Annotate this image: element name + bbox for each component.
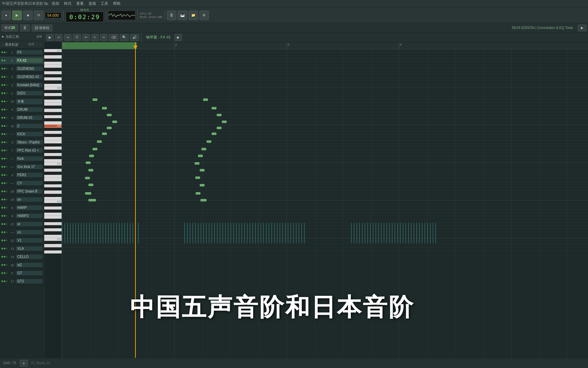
piano-button[interactable]: 🎹 [178,11,187,20]
piano-key[interactable] [44,90,55,93]
channel-row[interactable]: 2GUZHENG #2 [0,73,44,81]
channel-row[interactable]: 4DRUM [0,106,44,114]
pr-erase-btn[interactable]: ⌫ [109,34,118,41]
fx-nav-btn[interactable]: ▶ [578,25,587,31]
menu-tools[interactable]: 工具 [101,1,108,6]
piano-key[interactable] [44,62,62,65]
piano-key[interactable] [44,65,62,68]
piano-key[interactable] [44,197,62,200]
pr-clock-btn[interactable]: ⏱ [73,34,81,41]
channel-row[interactable]: 2FX [0,48,44,57]
piano-key[interactable] [44,147,62,150]
piano-key[interactable] [44,225,55,228]
piano-key[interactable] [44,175,62,178]
piano-key[interactable] [44,181,55,184]
piano-key[interactable]: C6 [44,87,62,90]
channel-row[interactable]: —KICK [0,130,44,138]
channel-row[interactable]: 17GT2 [0,277,44,286]
piano-key[interactable] [44,247,55,250]
mixer-btn[interactable]: 🎛 [20,25,30,31]
piano-key[interactable] [44,112,55,115]
piano-key[interactable] [44,68,55,71]
piano-key[interactable] [44,103,62,106]
stop-button[interactable]: ■ [23,11,33,20]
channel-row[interactable]: 13VLA [0,245,44,253]
pr-nav-btn[interactable]: ▶ [175,34,182,41]
piano-key[interactable] [44,84,62,87]
piano-key[interactable] [44,143,55,147]
channel-row[interactable]: 19sn [0,196,44,204]
loop-button[interactable]: ⟳ [34,11,44,20]
piano-key[interactable] [44,134,55,137]
piano-key[interactable] [44,80,55,83]
menu-style[interactable]: 样式 [64,1,71,6]
mixer-button[interactable]: 🎛 [167,11,176,20]
piano-key[interactable] [44,106,55,109]
piano-key[interactable] [44,137,62,140]
piano-key[interactable] [44,231,55,234]
pr-select-btn[interactable]: ↖ [91,34,99,41]
piano-key[interactable] [44,206,62,210]
record-button[interactable]: ● [1,11,11,20]
menu-bar[interactable]: 添加 样式 查看 选项 工具 帮助 [52,1,120,6]
piano-key[interactable] [44,109,62,112]
piano-key[interactable] [44,55,62,58]
piano-key[interactable] [44,222,62,225]
channel-row[interactable]: —v1 [0,228,44,236]
pr-play-btn[interactable]: ▶ [46,34,54,41]
piano-key[interactable] [44,121,62,124]
play-button[interactable]: ▶ [12,11,22,20]
piano-keyboard[interactable]: C7C6C5C4C3C2 [44,42,62,358]
piano-key[interactable] [44,178,62,181]
pr-scissors-btn[interactable]: ✂ [100,34,108,41]
piano-key[interactable] [44,228,62,231]
grid-btn[interactable]: ▦ 格格线 [32,25,52,31]
piano-key[interactable] [44,219,55,222]
channel-row[interactable]: 18FPC Snare B [0,187,44,196]
settings-button[interactable]: ⚙ [199,11,209,20]
piano-key[interactable] [44,166,55,169]
piano-key[interactable] [44,250,62,254]
channel-row[interactable]: 162 [0,122,44,130]
piano-key[interactable] [44,52,55,55]
piano-key[interactable] [44,99,62,103]
piano-key[interactable] [44,169,62,172]
pr-speaker-btn[interactable]: 🔊 [130,34,139,41]
channel-row[interactable]: 2Kontakt [64bit] [0,81,44,89]
channel-row[interactable]: 12st [0,220,44,228]
expand-icon[interactable]: ▶ [2,35,4,38]
channel-row[interactable]: 12V1 [0,236,44,245]
piano-key[interactable] [44,241,55,244]
piano-key[interactable] [44,187,55,190]
piano-key[interactable] [44,96,55,99]
piano-roll-content[interactable]: C7C6C5C4C3C2 1 2 3 4 [44,42,588,358]
piano-key[interactable]: C3 [44,200,62,203]
piano-key[interactable] [44,184,62,187]
menu-help[interactable]: 帮助 [113,1,120,6]
piano-key[interactable] [44,172,55,175]
piano-key[interactable] [44,128,55,131]
channel-row[interactable]: 7FPC Rim #2 + [0,147,44,155]
channel-row[interactable]: 2FX #2 [0,57,44,65]
piano-key[interactable] [44,118,55,121]
channel-row[interactable]: —Grv Kick 17 [0,163,44,171]
channel-row[interactable]: 15木鱼 [0,97,44,106]
piano-key[interactable] [44,77,62,80]
pr-undo-btn[interactable]: ↩ [55,34,63,41]
piano-key[interactable] [44,93,62,96]
piano-key[interactable] [44,71,62,74]
channel-row[interactable]: 5GT [0,269,44,277]
piano-key[interactable]: C4 [44,162,62,165]
pr-zoom-btn[interactable]: 🔍 [120,34,129,41]
piano-key[interactable] [44,210,55,213]
piano-key[interactable]: C7 [44,49,62,52]
menu-add[interactable]: 添加 [52,1,59,6]
add-channel-button[interactable]: + [20,360,28,367]
piano-key[interactable] [44,190,62,194]
piano-key[interactable] [44,131,62,134]
channel-row[interactable]: 14CELLO [0,253,44,261]
piano-key[interactable] [44,213,62,216]
piano-key[interactable] [44,59,55,62]
browser-button[interactable]: 📁 [189,11,198,20]
piano-key[interactable] [44,153,62,156]
